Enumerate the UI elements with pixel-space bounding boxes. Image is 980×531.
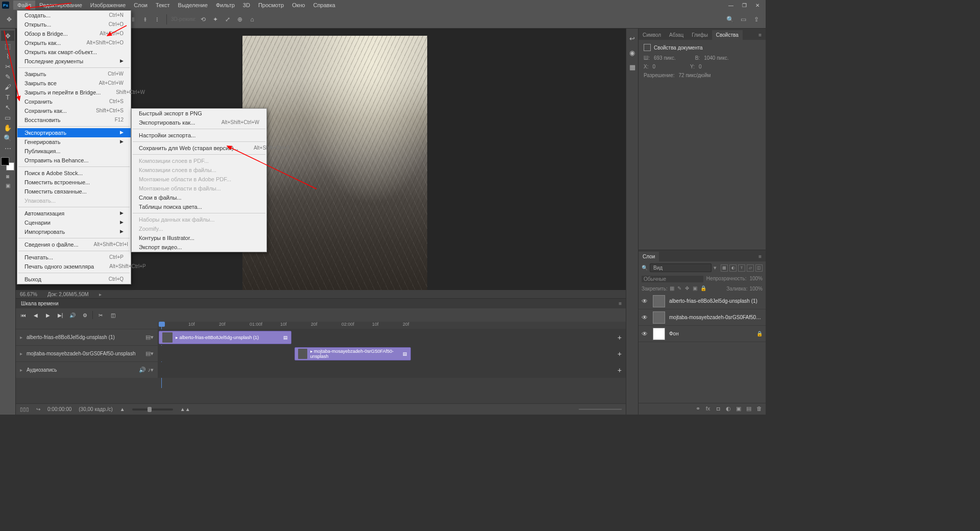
blend-mode-select[interactable]: Обычные bbox=[642, 276, 703, 282]
menu-фильтр[interactable]: Фильтр bbox=[212, 1, 239, 10]
menu-3d[interactable]: 3D bbox=[239, 1, 254, 10]
menu-item[interactable]: Сведения о файле...Alt+Shift+Ctrl+I bbox=[17, 240, 131, 249]
zoom-tool[interactable]: 🔍 bbox=[1, 133, 14, 143]
3d-icon[interactable]: ⊕ bbox=[235, 14, 245, 25]
frame-mode-icon[interactable]: ▯▯▯ bbox=[20, 406, 29, 412]
screen-mode-icon[interactable]: ▣ bbox=[3, 183, 12, 190]
menu-item[interactable]: Контуры в Illustrator... bbox=[132, 233, 266, 243]
split-button[interactable]: ✂ bbox=[96, 310, 105, 320]
history-icon[interactable]: ↩ bbox=[628, 35, 636, 43]
menu-item[interactable]: Отправить на Behance... bbox=[17, 156, 131, 165]
menu-item[interactable]: Автоматизация▶ bbox=[17, 209, 131, 218]
layer-item[interactable]: 👁mojtaba-mosayebzadeh-0srGS0FAf50-unspla… bbox=[639, 309, 766, 326]
visibility-icon[interactable]: 👁 bbox=[642, 298, 649, 305]
filter-smart-icon[interactable]: ◫ bbox=[755, 264, 763, 272]
menu-item[interactable]: ЗакрытьCtrl+W bbox=[17, 69, 131, 79]
move-tool[interactable]: ✥ bbox=[1, 31, 14, 41]
timeline-clip[interactable]: ▸ alberto-frias-e8Bo8Jel5dg-unsplash (1)… bbox=[159, 331, 291, 344]
3d-icon[interactable]: ⤢ bbox=[223, 14, 233, 25]
menu-item[interactable]: Публикация... bbox=[17, 147, 131, 156]
menu-item[interactable]: Поиск в Adobe Stock... bbox=[17, 168, 131, 178]
layer-mask-icon[interactable]: ◘ bbox=[715, 405, 722, 413]
menu-выделение[interactable]: Выделение bbox=[174, 1, 212, 10]
zoom-level[interactable]: 66.67% bbox=[20, 292, 37, 297]
menu-item[interactable]: Поместить связанные... bbox=[17, 187, 131, 196]
path-tool[interactable]: ↖ bbox=[1, 102, 14, 112]
layer-filter-select[interactable]: Вид bbox=[650, 263, 712, 272]
prev-frame-button[interactable]: ◀ bbox=[31, 310, 40, 320]
zoom-out-icon[interactable]: ▲ bbox=[120, 406, 125, 412]
menu-item[interactable]: Последние документы▶ bbox=[17, 57, 131, 66]
lock-pixels-icon[interactable]: ✎ bbox=[677, 285, 683, 292]
layer-item[interactable]: 👁Фон🔒 bbox=[639, 326, 766, 342]
filter-shape-icon[interactable]: ▱ bbox=[747, 264, 754, 272]
panel-menu-icon[interactable]: ≡ bbox=[619, 301, 626, 306]
menu-справка[interactable]: Справка bbox=[309, 1, 339, 10]
quick-mask-icon[interactable]: ◙ bbox=[3, 174, 12, 181]
panel-menu-icon[interactable]: ≡ bbox=[754, 252, 766, 261]
eyedropper-tool[interactable]: ✎ bbox=[1, 71, 14, 82]
search-icon[interactable]: 🔍 bbox=[725, 14, 735, 25]
menu-item[interactable]: Закрыть всеAlt+Ctrl+W bbox=[17, 79, 131, 88]
menu-item[interactable]: Экспорт видео... bbox=[132, 243, 266, 252]
link-layers-icon[interactable]: ⚭ bbox=[694, 405, 701, 413]
redo-icon[interactable]: ↪ bbox=[36, 406, 40, 412]
layer-item[interactable]: 👁alberto-frias-e8Bo8Jel5dg-unsplash (1) bbox=[639, 293, 766, 309]
menu-item[interactable]: Настройки экспорта... bbox=[132, 131, 266, 140]
zoom-slider[interactable] bbox=[132, 408, 173, 411]
menu-item[interactable]: ВосстановитьF12 bbox=[17, 115, 131, 125]
workspace-icon[interactable]: ▭ bbox=[738, 14, 748, 25]
menu-item[interactable]: Печать одного экземпляраAlt+Shift+Ctrl+P bbox=[17, 262, 131, 271]
filter-pixel-icon[interactable]: ▩ bbox=[721, 264, 728, 272]
music-icon[interactable]: ♪▾ bbox=[148, 367, 154, 373]
brush-tool[interactable]: 🖌 bbox=[1, 82, 14, 92]
mute-button[interactable]: 🔊 bbox=[68, 310, 77, 320]
distribute-icon[interactable]: ⫵ bbox=[140, 14, 150, 25]
menu-item[interactable]: Сценарии▶ bbox=[17, 218, 131, 227]
play-button[interactable]: ▶ bbox=[43, 310, 53, 320]
crop-tool[interactable]: ✂ bbox=[1, 61, 14, 71]
scrollbar-icon[interactable]: ━━━━━━━━━━━━━━ bbox=[579, 406, 622, 412]
menu-item[interactable]: Закрыть и перейти в Bridge...Shift+Ctrl+… bbox=[17, 88, 131, 97]
edit-toolbar[interactable]: ⋯ bbox=[1, 143, 14, 153]
menu-item[interactable]: Печатать...Ctrl+P bbox=[17, 253, 131, 262]
menu-item[interactable]: Сохранить для Web (старая версия)...Alt+… bbox=[132, 143, 266, 153]
add-clip-button[interactable]: + bbox=[618, 350, 622, 358]
menu-item[interactable]: Открыть как...Alt+Shift+Ctrl+O bbox=[17, 38, 131, 47]
hand-tool[interactable]: ✋ bbox=[1, 123, 14, 133]
layers-tab[interactable]: Слои bbox=[639, 252, 659, 261]
zoom-in-icon[interactable]: ▲▲ bbox=[180, 406, 190, 412]
filter-adjust-icon[interactable]: ◐ bbox=[729, 264, 737, 272]
add-clip-button[interactable]: + bbox=[618, 366, 622, 374]
opacity-value[interactable]: 100% bbox=[749, 276, 763, 282]
delete-layer-icon[interactable]: 🗑 bbox=[755, 405, 763, 413]
marquee-tool[interactable]: ⬚ bbox=[1, 41, 14, 51]
menu-файл[interactable]: Файл bbox=[13, 1, 35, 10]
tab-Абзац[interactable]: Абзац bbox=[665, 30, 688, 40]
new-layer-icon[interactable]: ▤ bbox=[745, 405, 752, 413]
menu-item[interactable]: Обзор в Bridge...Alt+Ctrl+O bbox=[17, 29, 131, 38]
next-frame-button[interactable]: ▶| bbox=[56, 310, 65, 320]
menu-item[interactable]: Быстрый экспорт в PNG bbox=[132, 109, 266, 118]
menu-item[interactable]: Поместить встроенные... bbox=[17, 178, 131, 187]
lasso-tool[interactable]: ⌇ bbox=[1, 51, 14, 61]
lock-position-icon[interactable]: ✥ bbox=[685, 285, 691, 292]
speaker-icon[interactable]: 🔊 bbox=[139, 367, 146, 373]
lock-artboard-icon[interactable]: ▣ bbox=[693, 285, 699, 292]
3d-icon[interactable]: ✦ bbox=[210, 14, 220, 25]
visibility-icon[interactable]: 👁 bbox=[642, 330, 649, 337]
menu-item[interactable]: Экспортировать▶ bbox=[17, 128, 131, 137]
close-button[interactable]: ✕ bbox=[751, 2, 764, 9]
menu-item[interactable]: Создать...Ctrl+N bbox=[17, 11, 131, 20]
playhead[interactable] bbox=[159, 322, 165, 327]
move-tool-icon[interactable]: ✥ bbox=[4, 14, 14, 25]
color-picker[interactable] bbox=[1, 157, 14, 171]
menu-текст[interactable]: Текст bbox=[152, 1, 174, 10]
swatches-icon[interactable]: ▦ bbox=[628, 63, 636, 71]
lock-icon[interactable]: 🔒 bbox=[700, 285, 706, 292]
chevron-icon[interactable]: ▸ bbox=[20, 367, 22, 373]
menu-слои[interactable]: Слои bbox=[130, 1, 152, 10]
tab-Свойства[interactable]: Свойства bbox=[712, 30, 743, 40]
menu-item[interactable]: СохранитьCtrl+S bbox=[17, 97, 131, 106]
shape-tool[interactable]: ▭ bbox=[1, 112, 14, 123]
